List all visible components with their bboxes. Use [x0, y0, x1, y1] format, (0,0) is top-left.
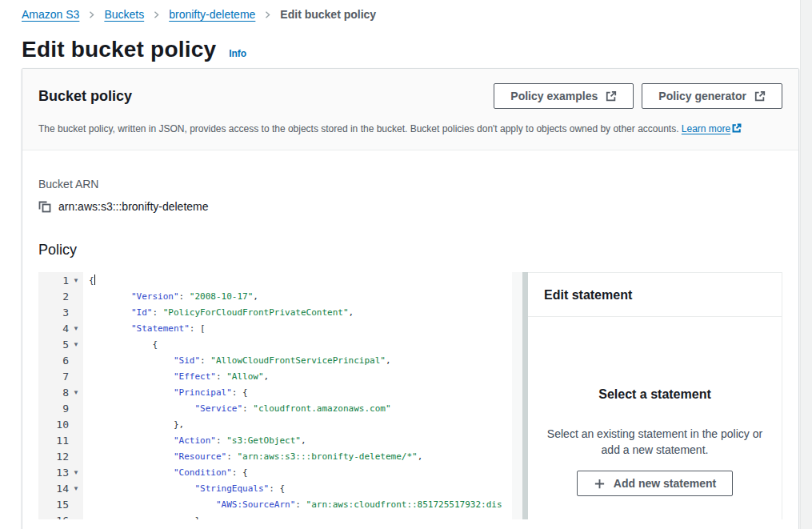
editor-line[interactable]: 4▼ "Statement": [ [38, 320, 522, 336]
line-number: 8 [38, 387, 69, 399]
editor-line[interactable]: 10 }, [38, 416, 522, 432]
text-cursor [94, 275, 95, 285]
add-new-statement-button[interactable]: Add new statement [577, 471, 733, 496]
line-number: 4 [38, 323, 69, 335]
line-number: 12 [38, 451, 69, 463]
code-text: "Service": "cloudfront.amazonaws.com" [83, 403, 522, 414]
edit-statement-title: Edit statement [528, 273, 782, 317]
external-link-icon [606, 90, 617, 102]
edit-statement-panel: Edit statement Select a statement Select… [528, 272, 782, 519]
learn-more-link[interactable]: Learn more [682, 123, 730, 134]
code-text: "Action": "s3:GetObject", [83, 435, 522, 446]
panel-resize-handle[interactable] [522, 272, 528, 519]
breadcrumb-buckets[interactable]: Buckets [104, 8, 144, 21]
chevron-right-icon [152, 10, 161, 19]
line-number: 10 [38, 419, 69, 431]
card-title: Bucket policy [38, 88, 494, 105]
fold-arrow-icon[interactable]: ▼ [69, 277, 83, 284]
code-text: { [83, 275, 522, 286]
page-title: Edit bucket policy [22, 37, 216, 62]
line-number: 1 [38, 275, 69, 287]
external-link-icon [754, 90, 766, 102]
breadcrumb: Amazon S3 Buckets bronifty-deleteme Edit… [22, 8, 800, 21]
policy-examples-label: Policy examples [510, 90, 598, 102]
bucket-arn-value: arn:aws:s3:::bronifty-deleteme [58, 200, 209, 213]
editor-line[interactable]: 11 "Action": "s3:GetObject", [38, 432, 522, 448]
external-link-icon [732, 123, 742, 136]
editor-line[interactable]: 2 "Version": "2008-10-17", [38, 288, 522, 304]
code-text: "Version": "2008-10-17", [83, 291, 522, 302]
editor-scrollbar[interactable] [512, 272, 522, 519]
editor-line[interactable]: 6 "Sid": "AllowCloudFrontServicePrincipa… [38, 352, 522, 368]
fold-arrow-icon[interactable]: ▼ [69, 325, 83, 332]
edit-bucket-policy-page: Amazon S3 Buckets bronifty-deleteme Edit… [0, 8, 800, 529]
editor-line[interactable]: 7 "Effect": "Allow", [38, 368, 522, 384]
line-number: 14 [38, 483, 69, 495]
plus-icon [594, 478, 606, 490]
editor-line[interactable]: 5▼ { [38, 336, 522, 352]
code-text: } [83, 515, 522, 520]
editor-line[interactable]: 8▼ "Principal": { [38, 384, 522, 400]
bucket-policy-card: Bucket policy Policy examples Policy gen… [22, 68, 799, 529]
breadcrumb-amazon-s3[interactable]: Amazon S3 [22, 8, 79, 21]
fold-arrow-icon[interactable]: ▼ [69, 485, 83, 492]
code-text: "AWS:SourceArn": "arn:aws:cloudfront::85… [83, 499, 522, 510]
line-number: 3 [38, 307, 69, 319]
line-number: 6 [38, 355, 69, 367]
code-text: "Resource": "arn:aws:s3:::bronifty-delet… [83, 451, 522, 462]
code-text: "Principal": { [83, 387, 522, 398]
fold-arrow-icon[interactable]: ▼ [69, 389, 83, 396]
breadcrumb-bucket-name[interactable]: bronifty-deleteme [169, 8, 255, 21]
select-statement-title: Select a statement [541, 387, 769, 402]
code-text: "Condition": { [83, 467, 522, 478]
policy-editor-container: 1▼{2 "Version": "2008-10-17",3 "Id": "Po… [38, 272, 782, 519]
editor-line[interactable]: 16 } [38, 512, 522, 519]
chevron-right-icon [263, 10, 272, 19]
editor-line[interactable]: 15 "AWS:SourceArn": "arn:aws:cloudfront:… [38, 496, 522, 512]
card-header: Bucket policy Policy examples Policy gen… [22, 69, 798, 150]
code-text: "StringEquals": { [83, 483, 522, 494]
line-number: 16 [38, 515, 69, 520]
copy-arn-button[interactable] [38, 200, 51, 213]
chevron-right-icon [87, 10, 96, 19]
policy-generator-label: Policy generator [658, 90, 746, 102]
code-text: "Statement": [ [83, 323, 522, 334]
info-link[interactable]: Info [229, 48, 246, 59]
line-number: 2 [38, 291, 69, 303]
line-number: 15 [38, 499, 69, 511]
fold-arrow-icon[interactable]: ▼ [69, 341, 83, 348]
fold-arrow-icon[interactable]: ▼ [69, 469, 83, 476]
line-number: 5 [38, 339, 69, 351]
code-text: "Effect": "Allow", [83, 371, 522, 382]
page-scrollbar[interactable] [800, 0, 812, 529]
code-text: { [83, 339, 522, 350]
code-text: }, [83, 419, 522, 430]
add-new-statement-label: Add new statement [614, 477, 716, 490]
line-number: 13 [38, 467, 69, 479]
editor-line[interactable]: 12 "Resource": "arn:aws:s3:::bronifty-de… [38, 448, 522, 464]
policy-examples-button[interactable]: Policy examples [494, 83, 634, 109]
line-number: 9 [38, 403, 69, 415]
editor-line[interactable]: 14▼ "StringEquals": { [38, 480, 522, 496]
code-text: "Id": "PolicyForCloudFrontPrivateContent… [83, 307, 522, 318]
editor-line[interactable]: 13▼ "Condition": { [38, 464, 522, 480]
line-number: 11 [38, 435, 69, 447]
breadcrumb-current: Edit bucket policy [280, 8, 376, 21]
copy-icon [38, 200, 51, 213]
line-number: 7 [38, 371, 69, 383]
editor-line[interactable]: 3 "Id": "PolicyForCloudFrontPrivateConte… [38, 304, 522, 320]
policy-code-editor[interactable]: 1▼{2 "Version": "2008-10-17",3 "Id": "Po… [38, 272, 522, 519]
policy-section-title: Policy [38, 242, 782, 258]
editor-line[interactable]: 9 "Service": "cloudfront.amazonaws.com" [38, 400, 522, 416]
bucket-arn-label: Bucket ARN [38, 178, 782, 190]
policy-generator-button[interactable]: Policy generator [642, 83, 782, 109]
code-text: "Sid": "AllowCloudFrontServicePrincipal"… [83, 355, 522, 366]
card-description: The bucket policy, written in JSON, prov… [38, 122, 782, 136]
editor-line[interactable]: 1▼{ [38, 272, 522, 288]
select-statement-text: Select an existing statement in the poli… [541, 426, 769, 458]
